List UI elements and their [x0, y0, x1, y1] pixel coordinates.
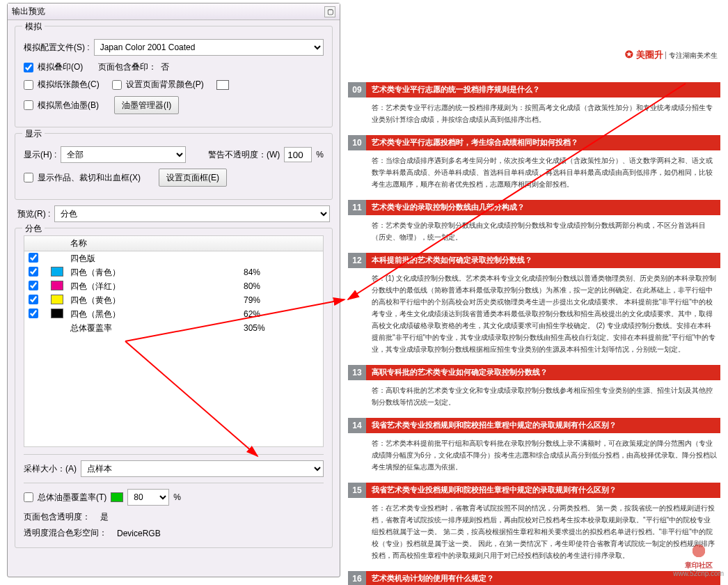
question-number: 12 — [348, 253, 366, 268]
preview-label: 预览(R) : — [17, 208, 50, 220]
page-overprint-label: 页面包含叠印： — [98, 61, 157, 73]
show-trim-checkbox[interactable] — [24, 173, 33, 182]
profile-label: 模拟配置文件(S) : — [24, 42, 90, 54]
question-number: 16 — [348, 571, 366, 585]
profile-select[interactable]: Japan Color 2001 Coated — [94, 39, 324, 56]
pagebox-button[interactable]: 设置页面框(E) — [159, 169, 227, 187]
question-title: 艺术类专业平行志愿的统一投档排序规则是什么？ — [372, 85, 540, 95]
question-title: 本科提前批的艺术类如何确定录取控制分数线？ — [372, 256, 532, 265]
question-number: 09 — [348, 82, 366, 98]
sep-row-checkbox[interactable] — [29, 253, 38, 263]
question-title: 艺术类专业的录取控制分数线由几部分构成？ — [372, 203, 525, 212]
color-swatch — [51, 295, 63, 304]
overprint-checkbox[interactable] — [24, 63, 33, 72]
total-coverage-value: 305% — [239, 323, 323, 333]
total-ink-checkbox[interactable] — [24, 492, 33, 502]
section-sim-title: 模拟 — [22, 21, 45, 33]
bg-color-swatch[interactable] — [216, 80, 229, 90]
sep-name: 四色（青色） — [66, 267, 239, 279]
section-sep-title: 分色 — [22, 223, 45, 235]
question-header: 14我省艺术类专业投档规则和院校招生章程中规定的录取规则有什么区别？ — [348, 418, 720, 433]
sep-row-checkbox[interactable] — [29, 267, 38, 276]
question-header: 10艺术类专业平行志愿投档时，考生综合成绩相同时如何投档？ — [348, 135, 720, 150]
sep-name: 四色（洋红） — [66, 281, 239, 292]
show-trim-label: 显示作品、裁切和出血框(X) — [38, 172, 141, 184]
sep-row-checkbox[interactable] — [29, 309, 38, 318]
color-swatch — [51, 309, 63, 318]
section-disp-title: 显示 — [22, 128, 45, 140]
sim-paper-label: 模拟纸张颜色(C) — [38, 79, 100, 91]
sep-name: 四色（黑色） — [66, 309, 239, 320]
question-number: 10 — [348, 135, 366, 150]
show-label: 显示(H) : — [24, 149, 56, 161]
ink-manager-button[interactable]: 油墨管理器(I) — [114, 96, 179, 114]
total-coverage-label: 总体覆盖率 — [66, 322, 239, 334]
question-number: 14 — [348, 418, 366, 433]
alpha-value: 是 — [100, 511, 109, 523]
question-body: 答：艺术类专业的录取控制分数线由文化成绩控制分数线和专业成绩控制分数线两部分构成… — [348, 215, 720, 249]
sim-black-checkbox[interactable] — [24, 100, 33, 110]
question-header: 15我省艺术类专业投档规则和院校招生章程中规定的录取规则有什么区别？ — [348, 483, 720, 498]
question-header: 16艺术类机动计划的使用有什么规定？ — [348, 571, 720, 585]
set-bg-checkbox[interactable] — [112, 80, 122, 90]
warn-label: 警告不透明度：(W) — [208, 149, 280, 161]
sample-select[interactable]: 点样本 — [81, 460, 324, 477]
question-title: 艺术类专业平行志愿投档时，考生综合成绩相同时如何投档？ — [372, 138, 578, 148]
preview-select[interactable]: 分色 — [54, 205, 330, 222]
show-select[interactable]: 全部 — [61, 146, 186, 163]
question-body: 答：艺术类专业平行志愿的统一投档排序规则为：按照高考文化成绩（含政策性加分）和专… — [348, 98, 720, 131]
total-ink-swatch[interactable] — [111, 492, 123, 502]
question-body: 答：(1) 文化成绩控制分数线。艺术类本科专业文化成绩控制分数线以普通类物理类别… — [348, 268, 720, 361]
watermark: 章印社区 www.52cnp.com — [673, 540, 724, 578]
table-row[interactable]: 四色（黄色） 79% — [24, 293, 323, 307]
color-swatch — [51, 267, 63, 276]
set-bg-label: 设置页面背景颜色(P) — [126, 79, 204, 91]
sep-row-checkbox[interactable] — [29, 295, 38, 304]
table-row[interactable]: 四色版 — [24, 251, 323, 265]
question-title: 艺术类机动计划的使用有什么规定？ — [372, 574, 494, 584]
col-name-header: 名称 — [66, 237, 239, 249]
question-body: 答：在艺术类专业投档时，省教育考试院按照不同的情况，分两类投档。 第一类，按我省… — [348, 498, 720, 567]
page-overprint-value: 否 — [161, 61, 169, 73]
question-body: 答：艺术类本科提前批平行组和高职专科批在录取控制分数线上录不满额时，可在政策规定… — [348, 433, 720, 478]
sep-value: 62% — [239, 309, 323, 319]
warn-unit: % — [316, 150, 324, 159]
blend-label: 透明度混合色彩空间： — [24, 527, 107, 539]
question-number: 15 — [348, 483, 366, 498]
sim-paper-checkbox[interactable] — [24, 80, 33, 90]
sep-row-checkbox[interactable] — [29, 281, 38, 290]
question-title: 我省艺术类专业投档规则和院校招生章程中规定的录取规则有什么区别？ — [372, 421, 617, 430]
color-swatch — [51, 281, 63, 290]
total-ink-unit: % — [173, 492, 181, 502]
document-preview: ✪ 美圈升专注湖南美术生 09艺术类专业平行志愿的统一投档排序规则是什么？答：艺… — [348, 0, 727, 585]
table-row[interactable]: 四色（洋红） 80% — [24, 279, 323, 293]
table-row[interactable]: 四色（青色） 84% — [24, 265, 323, 279]
total-ink-value[interactable]: 80 — [127, 489, 169, 506]
question-title: 我省艺术类专业投档规则和院校招生章程中规定的录取规则有什么区别？ — [372, 485, 617, 495]
blend-value: DeviceRGB — [117, 529, 161, 538]
alpha-label: 页面包含透明度： — [24, 511, 90, 523]
sep-value: 84% — [239, 267, 323, 277]
total-ink-label: 总体油墨覆盖率(T) — [38, 492, 106, 504]
table-row[interactable]: 四色（黑色） 62% — [24, 307, 323, 321]
warn-input[interactable] — [284, 147, 312, 162]
brand-logo: ✪ 美圈升专注湖南美术生 — [625, 49, 718, 61]
question-body: 答：高职专科批的艺术类专业文化和专业成绩录取控制分数线参考相应招生专业类别的生源… — [348, 380, 720, 414]
watermark-icon — [687, 540, 711, 561]
question-header: 12本科提前批的艺术类如何确定录取控制分数线？ — [348, 253, 720, 268]
sep-name: 四色版 — [66, 253, 239, 265]
overprint-label: 模拟叠印(O) — [38, 61, 83, 73]
question-header: 13高职专科批的艺术类专业如何确定录取控制分数线？ — [348, 365, 720, 380]
close-icon[interactable]: ▢ — [324, 6, 335, 17]
question-title: 高职专科批的艺术类专业如何确定录取控制分数线？ — [372, 368, 548, 377]
sep-value: 80% — [239, 281, 323, 291]
sep-value: 79% — [239, 295, 323, 305]
sep-name: 四色（黄色） — [66, 295, 239, 306]
question-number: 13 — [348, 365, 366, 380]
question-header: 09艺术类专业平行志愿的统一投档排序规则是什么？ — [348, 82, 720, 98]
question-number: 11 — [348, 200, 366, 215]
sim-black-label: 模拟黑色油墨(B) — [38, 100, 99, 111]
question-body: 答：当综合成绩排序遇到多名考生同分时，依次按考生文化成绩（含政策性加分）、语文数… — [348, 150, 720, 196]
dialog-title: 输出预览 — [12, 6, 324, 17]
sample-label: 采样大小：(A) — [24, 463, 77, 475]
